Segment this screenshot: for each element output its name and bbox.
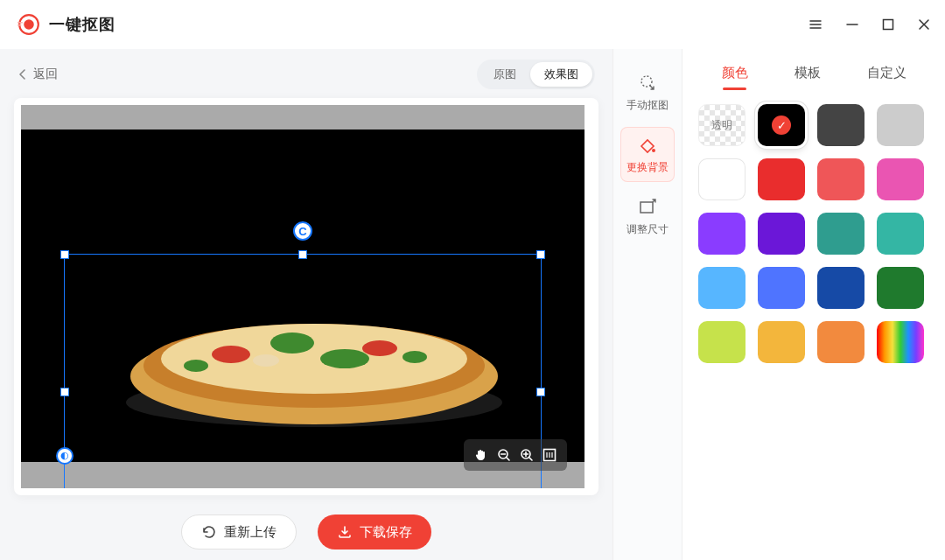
back-label: 返回 — [33, 66, 58, 82]
logo-icon — [18, 13, 40, 36]
swatch-color[interactable] — [817, 158, 864, 200]
svg-point-14 — [402, 351, 427, 363]
swatch-color[interactable] — [758, 321, 805, 363]
workspace: 返回 原图 效果图 — [0, 49, 612, 560]
swatch-color[interactable] — [698, 158, 746, 200]
toggle-original[interactable]: 原图 — [480, 62, 530, 87]
tab-template[interactable]: 模板 — [793, 61, 822, 90]
refresh-icon — [201, 524, 217, 540]
svg-point-12 — [320, 349, 369, 368]
download-icon — [337, 524, 353, 540]
main: 返回 原图 效果图 — [0, 49, 945, 560]
swatch-color[interactable] — [877, 267, 924, 309]
canvas[interactable]: C ◐ — [21, 105, 584, 488]
tab-color[interactable]: 颜色 — [720, 61, 750, 90]
svg-point-15 — [184, 360, 208, 372]
app-logo: 一键抠图 — [18, 13, 116, 36]
chevron-left-icon — [18, 69, 28, 80]
svg-rect-3 — [18, 24, 21, 25]
swatch-color[interactable] — [758, 158, 805, 200]
swatch-rainbow[interactable] — [877, 321, 924, 363]
swatch-color[interactable] — [758, 267, 805, 309]
tool-resize-label: 调整尺寸 — [626, 222, 668, 237]
hand-tool-icon[interactable] — [471, 444, 492, 466]
right-tabs: 颜色 模板 自定义 — [698, 61, 929, 90]
tool-manual-cutout[interactable]: 手动抠图 — [620, 65, 675, 120]
svg-point-10 — [362, 340, 397, 356]
canvas-card: C ◐ — [14, 98, 598, 495]
zoom-out-icon[interactable] — [494, 444, 514, 466]
fit-icon[interactable] — [539, 444, 560, 466]
bottom-actions: 重新上传 下载保存 — [14, 514, 598, 550]
svg-point-1 — [24, 19, 34, 30]
swatch-color[interactable] — [758, 213, 805, 255]
zoom-in-icon[interactable] — [516, 444, 537, 466]
right-panel: 颜色 模板 自定义 透明✓ — [682, 49, 945, 560]
check-icon: ✓ — [772, 116, 791, 135]
swatch-color[interactable] — [877, 213, 924, 255]
window-controls — [808, 18, 931, 32]
swatch-color[interactable] — [698, 213, 746, 255]
swatch-color[interactable] — [877, 104, 924, 146]
svg-point-9 — [212, 346, 250, 363]
swatch-color[interactable] — [877, 158, 924, 200]
lasso-icon — [638, 74, 657, 93]
tool-column: 手动抠图 更换背景 调整尺寸 — [612, 49, 682, 560]
swatch-transparent[interactable]: 透明 — [698, 104, 746, 146]
pizza-image — [117, 271, 511, 429]
maximize-icon[interactable] — [882, 18, 894, 31]
swatch-color[interactable] — [817, 321, 864, 363]
titlebar: 一键抠图 — [0, 0, 945, 49]
back-button[interactable]: 返回 — [18, 66, 58, 82]
tool-resize[interactable]: 调整尺寸 — [620, 189, 675, 244]
swatch-color[interactable] — [698, 321, 746, 363]
download-button[interactable]: 下载保存 — [318, 514, 431, 550]
swatch-color[interactable] — [817, 267, 864, 309]
svg-rect-2 — [18, 22, 23, 23]
tool-manual-label: 手动抠图 — [626, 98, 668, 113]
minimize-icon[interactable] — [845, 18, 859, 32]
swatch-color[interactable] — [698, 267, 746, 309]
swatch-color[interactable] — [817, 104, 864, 146]
resize-icon — [638, 198, 657, 217]
reupload-button[interactable]: 重新上传 — [181, 514, 297, 550]
svg-point-19 — [641, 76, 652, 87]
svg-point-11 — [270, 332, 314, 354]
svg-rect-21 — [640, 202, 653, 213]
reupload-label: 重新上传 — [224, 524, 276, 541]
tab-custom[interactable]: 自定义 — [865, 61, 908, 90]
toggle-result[interactable]: 效果图 — [530, 62, 592, 87]
download-label: 下载保存 — [360, 524, 412, 541]
svg-point-20 — [652, 149, 655, 152]
svg-point-13 — [253, 354, 279, 367]
swatch-color[interactable]: ✓ — [758, 104, 805, 146]
swatch-color[interactable] — [817, 213, 864, 255]
app-title: 一键抠图 — [49, 14, 116, 35]
menu-icon[interactable] — [808, 18, 822, 32]
close-icon[interactable] — [917, 18, 931, 32]
tool-replace-label: 更换背景 — [626, 160, 668, 175]
zoom-toolbar — [464, 439, 567, 471]
tool-replace-background[interactable]: 更换背景 — [620, 127, 675, 182]
paint-bucket-icon — [638, 136, 657, 155]
color-swatch-grid: 透明✓ — [698, 104, 929, 363]
svg-rect-4 — [884, 20, 893, 30]
view-toggle: 原图 效果图 — [477, 60, 595, 89]
